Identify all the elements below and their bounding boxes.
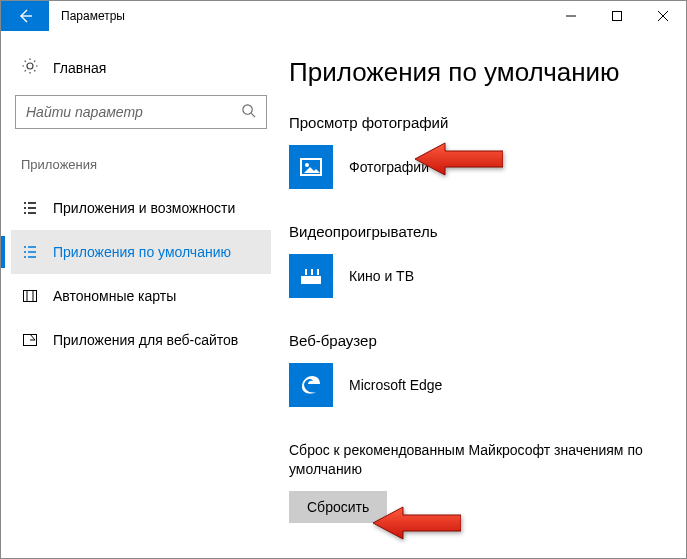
back-button[interactable]: [1, 1, 49, 31]
group-label: Просмотр фотографий: [289, 114, 656, 131]
group-label: Веб-браузер: [289, 332, 656, 349]
svg-point-1: [243, 104, 252, 113]
app-choice-edge[interactable]: Microsoft Edge: [289, 363, 656, 407]
app-choice-movies[interactable]: Кино и ТВ: [289, 254, 656, 298]
group-web-browser: Веб-браузер Microsoft Edge: [289, 332, 656, 407]
page-title: Приложения по умолчанию: [289, 57, 656, 88]
svg-rect-9: [307, 269, 311, 275]
sidebar-item-offline-maps[interactable]: Автономные карты: [11, 274, 271, 318]
group-label: Видеопроигрыватель: [289, 223, 656, 240]
website-icon: [21, 332, 39, 348]
arrow-left-icon: [17, 8, 33, 24]
svg-rect-2: [24, 291, 37, 302]
svg-rect-12: [301, 276, 321, 284]
sidebar-item-label: Приложения по умолчанию: [53, 244, 231, 260]
sidebar-item-apps-features[interactable]: Приложения и возможности: [11, 186, 271, 230]
list-icon: [21, 200, 39, 216]
maximize-icon: [612, 11, 622, 21]
close-icon: [658, 11, 668, 21]
sidebar-home[interactable]: Главная: [11, 51, 271, 95]
sidebar: Главная Приложения Приложения и возможно…: [1, 31, 281, 558]
sidebar-item-label: Приложения и возможности: [53, 200, 235, 216]
window-title: Параметры: [49, 9, 548, 23]
reset-button[interactable]: Сбросить: [289, 491, 387, 523]
app-name: Кино и ТВ: [349, 268, 414, 284]
movies-icon: [289, 254, 333, 298]
photos-icon: [289, 145, 333, 189]
svg-rect-11: [319, 269, 321, 275]
svg-rect-8: [301, 269, 305, 275]
minimize-icon: [566, 11, 576, 21]
map-icon: [21, 288, 39, 304]
sidebar-home-label: Главная: [53, 60, 106, 76]
sidebar-item-label: Автономные карты: [53, 288, 176, 304]
gear-icon: [21, 57, 39, 79]
defaults-icon: [21, 244, 39, 260]
app-choice-photos[interactable]: Фотографии: [289, 145, 656, 189]
svg-point-6: [305, 163, 309, 167]
minimize-button[interactable]: [548, 1, 594, 31]
sidebar-section-header: Приложения: [11, 151, 271, 186]
search-box[interactable]: [15, 95, 267, 129]
search-icon: [241, 103, 256, 122]
sidebar-item-label: Приложения для веб-сайтов: [53, 332, 238, 348]
window-controls: [548, 1, 686, 31]
sidebar-item-default-apps[interactable]: Приложения по умолчанию: [11, 230, 271, 274]
edge-icon: [289, 363, 333, 407]
group-photo-viewer: Просмотр фотографий Фотографии: [289, 114, 656, 189]
group-video-player: Видеопроигрыватель Кино и ТВ: [289, 223, 656, 298]
svg-rect-0: [613, 12, 622, 21]
app-name: Microsoft Edge: [349, 377, 442, 393]
titlebar: Параметры: [1, 1, 686, 31]
close-button[interactable]: [640, 1, 686, 31]
sidebar-item-apps-websites[interactable]: Приложения для веб-сайтов: [11, 318, 271, 362]
search-input[interactable]: [26, 104, 241, 120]
reset-description: Сброс к рекомендованным Майкрософт значе…: [289, 441, 656, 479]
svg-rect-10: [313, 269, 317, 275]
content-area: Приложения по умолчанию Просмотр фотогра…: [281, 31, 686, 558]
app-name: Фотографии: [349, 159, 429, 175]
maximize-button[interactable]: [594, 1, 640, 31]
